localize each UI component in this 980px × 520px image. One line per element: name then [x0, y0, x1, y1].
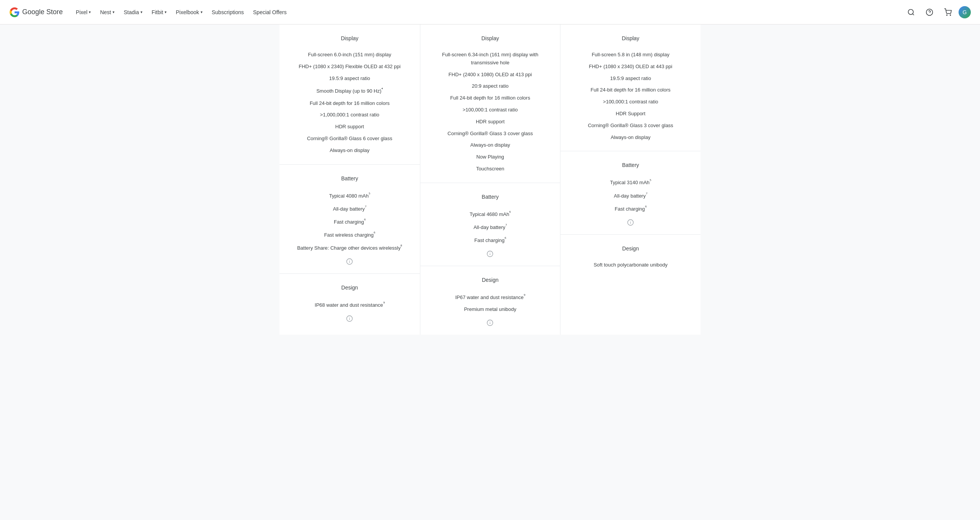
spec-item: IP67 water and dust resistance⁹	[433, 291, 548, 304]
spec-item: Full-screen 5.8 in (148 mm) display	[573, 49, 688, 61]
nav-nest[interactable]: Nest ▾	[96, 6, 118, 18]
nav-subscriptions[interactable]: Subscriptions	[208, 6, 248, 18]
info-icon[interactable]	[433, 316, 548, 327]
spec-item: FHD+ (1080 x 2340) Flexible OLED at 432 …	[292, 61, 408, 73]
spec-item: Full 24-bit depth for 16 million colors	[433, 92, 548, 104]
main-header: Google Store Pixel ▾ Nest ▾ Stadia ▾ Fit…	[0, 0, 980, 25]
column-2: DisplayFull-screen 6.34-inch (161 mm) di…	[420, 25, 560, 335]
section-title-battery3: Battery	[573, 162, 688, 170]
spec-item: Corning® Gorilla® Glass 6 cover glass	[292, 133, 408, 145]
column-1: DisplayFull-screen 6.0-inch (151 mm) dis…	[279, 25, 420, 335]
cart-icon	[944, 8, 952, 16]
spec-item: Fast charging⁶	[292, 215, 408, 228]
spec-item: >1,000,000:1 contrast ratio	[292, 109, 408, 121]
spec-item: 19.5:9 aspect ratio	[292, 73, 408, 85]
nav-fitbit[interactable]: Fitbit ▾	[148, 6, 170, 18]
avatar[interactable]: G	[959, 6, 971, 18]
section-title-display3: Display	[573, 35, 688, 43]
spec-item: Fast wireless charging⁶	[292, 228, 408, 241]
spec-item: All-day battery⁷	[292, 202, 408, 215]
spec-item: IP68 water and dust resistance⁹	[292, 298, 408, 311]
spec-item: >100,000:1 contrast ratio	[573, 96, 688, 108]
spec-item: HDR Support	[573, 108, 688, 120]
section-title-display1: Display	[292, 35, 408, 43]
spec-item: Battery Share: Charge other devices wire…	[292, 241, 408, 254]
spec-item: Touchscreen	[433, 163, 548, 175]
spec-item: 20:9 aspect ratio	[433, 80, 548, 92]
section-title-battery1: Battery	[292, 175, 408, 183]
spec-item: 19.5:9 aspect ratio	[573, 73, 688, 85]
spec-item: Full 24-bit depth for 16 million colors	[573, 84, 688, 96]
help-icon	[926, 8, 933, 16]
section-design1: DesignIP68 water and dust resistance⁹	[279, 273, 420, 330]
spec-item: Typical 3140 mAh⁵	[573, 176, 688, 189]
section-title-design2: Design	[433, 277, 548, 285]
section-design2: DesignIP67 water and dust resistance⁹Pre…	[420, 266, 560, 335]
section-title-design3: Design	[573, 245, 688, 253]
spec-item: FHD+ (2400 x 1080) OLED at 413 ppi	[433, 69, 548, 81]
section-title-display2: Display	[433, 35, 548, 43]
google-logo-icon	[9, 7, 20, 18]
cart-button[interactable]	[940, 5, 956, 20]
spec-item: Always-on display	[433, 139, 548, 151]
info-icon[interactable]	[292, 311, 408, 323]
nav-stadia[interactable]: Stadia ▾	[120, 6, 146, 18]
column-3: DisplayFull-screen 5.8 in (148 mm) displ…	[560, 25, 701, 335]
section-battery3: BatteryTypical 3140 mAh⁵All-day battery⁷…	[560, 151, 701, 234]
search-button[interactable]	[903, 5, 919, 20]
nav-special-offers[interactable]: Special Offers	[249, 6, 291, 18]
search-icon	[907, 8, 915, 16]
svg-point-0	[908, 9, 913, 14]
section-display1: DisplayFull-screen 6.0-inch (151 mm) dis…	[279, 25, 420, 164]
spec-item: Premium metal unibody	[433, 304, 548, 316]
section-battery1: BatteryTypical 4080 mAh⁵All-day battery⁷…	[279, 164, 420, 274]
section-battery2: BatteryTypical 4680 mAh⁶All-day battery⁷…	[420, 183, 560, 266]
spec-item: All-day battery⁷	[573, 189, 688, 202]
spec-item: HDR support	[433, 116, 548, 128]
store-text-label: Google Store	[22, 8, 63, 16]
nav-pixel[interactable]: Pixel ▾	[72, 6, 95, 18]
spec-item: >100,000:1 contrast ratio	[433, 104, 548, 116]
spec-item: Typical 4080 mAh⁵	[292, 189, 408, 202]
google-store-logo[interactable]: Google Store	[9, 7, 63, 18]
info-icon[interactable]	[573, 215, 688, 227]
spec-item: HDR support	[292, 121, 408, 133]
svg-point-4	[950, 15, 951, 15]
spec-item: Corning® Gorilla® Glass 3 cover glass	[433, 128, 548, 140]
section-title-battery2: Battery	[433, 194, 548, 201]
spec-item: Now Playing	[433, 151, 548, 163]
spec-item: Typical 4680 mAh⁶	[433, 208, 548, 221]
chevron-down-icon: ▾	[140, 10, 142, 14]
spec-item: Fast charging⁶	[433, 234, 548, 247]
spec-item: Corning® Gorilla® Glass 3 cover glass	[573, 120, 688, 132]
chevron-down-icon: ▾	[201, 10, 203, 14]
spec-item: Full 24-bit depth for 16 million colors	[292, 98, 408, 110]
help-button[interactable]	[922, 5, 937, 20]
chevron-down-icon: ▾	[113, 10, 114, 14]
spec-item: All-day battery⁷	[433, 221, 548, 234]
section-title-design1: Design	[292, 285, 408, 292]
spec-item: Full-screen 6.34-inch (161 mm) display w…	[433, 49, 548, 69]
svg-point-3	[947, 15, 947, 15]
nav-pixelbook[interactable]: Pixelbook ▾	[172, 6, 206, 18]
section-design3: DesignSoft touch polycarbonate unibody	[560, 234, 701, 279]
comparison-table: DisplayFull-screen 6.0-inch (151 mm) dis…	[279, 25, 701, 335]
info-icon[interactable]	[292, 254, 408, 266]
spec-item: FHD+ (1080 x 2340) OLED at 443 ppi	[573, 61, 688, 73]
chevron-down-icon: ▾	[89, 10, 91, 14]
info-icon[interactable]	[433, 247, 548, 258]
spec-item: Smooth Display (up to 90 Hz)⁴	[292, 84, 408, 97]
spec-item: Full-screen 6.0-inch (151 mm) display	[292, 49, 408, 61]
spec-item: Soft touch polycarbonate unibody	[573, 259, 688, 271]
spec-item: Always-on display	[292, 145, 408, 157]
header-icons: G	[903, 5, 971, 20]
spec-item: Always-on display	[573, 132, 688, 144]
section-display3: DisplayFull-screen 5.8 in (148 mm) displ…	[560, 25, 701, 151]
chevron-down-icon: ▾	[165, 10, 167, 14]
main-nav: Pixel ▾ Nest ▾ Stadia ▾ Fitbit ▾ Pixelbo…	[72, 6, 903, 18]
spec-item: Fast charging⁶	[573, 202, 688, 215]
section-display2: DisplayFull-screen 6.34-inch (161 mm) di…	[420, 25, 560, 183]
